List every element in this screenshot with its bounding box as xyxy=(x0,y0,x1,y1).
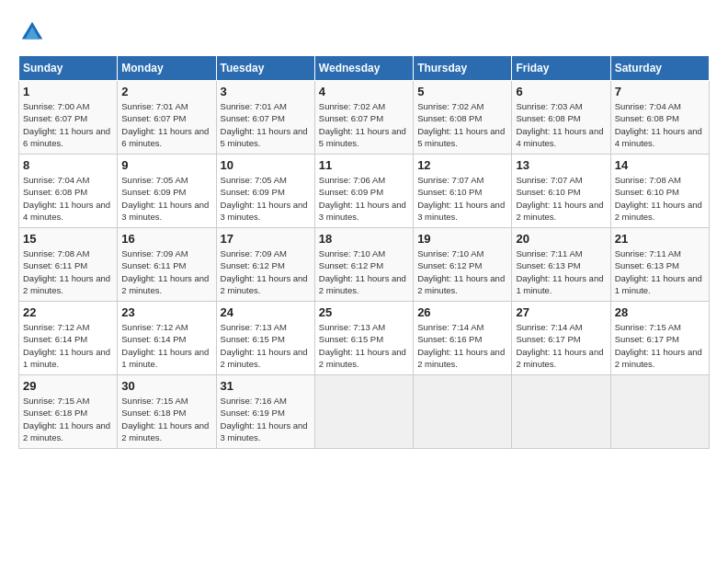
day-info: Sunrise: 7:14 AM Sunset: 6:16 PM Dayligh… xyxy=(417,321,507,370)
calendar-week-2: 8Sunrise: 7:04 AM Sunset: 6:08 PM Daylig… xyxy=(19,155,710,228)
calendar-cell: 22Sunrise: 7:12 AM Sunset: 6:14 PM Dayli… xyxy=(19,302,118,375)
calendar-cell: 13Sunrise: 7:07 AM Sunset: 6:10 PM Dayli… xyxy=(512,155,610,228)
calendar-cell: 26Sunrise: 7:14 AM Sunset: 6:16 PM Dayli… xyxy=(414,302,512,375)
day-info: Sunrise: 7:16 AM Sunset: 6:19 PM Dayligh… xyxy=(221,395,311,443)
calendar-cell: 9Sunrise: 7:05 AM Sunset: 6:09 PM Daylig… xyxy=(118,155,216,228)
day-number: 1 xyxy=(23,85,113,98)
calendar-cell: 3Sunrise: 7:01 AM Sunset: 6:07 PM Daylig… xyxy=(216,81,314,155)
calendar-cell xyxy=(414,375,512,449)
day-info: Sunrise: 7:08 AM Sunset: 6:11 PM Dayligh… xyxy=(23,247,113,296)
day-number: 23 xyxy=(121,305,211,319)
calendar-cell: 4Sunrise: 7:02 AM Sunset: 6:07 PM Daylig… xyxy=(314,81,413,155)
day-info: Sunrise: 7:11 AM Sunset: 6:13 PM Dayligh… xyxy=(615,247,705,296)
column-header-monday: Monday xyxy=(118,56,216,81)
day-number: 15 xyxy=(23,232,113,246)
calendar-cell: 10Sunrise: 7:05 AM Sunset: 6:09 PM Dayli… xyxy=(216,155,314,228)
day-number: 14 xyxy=(615,158,705,172)
day-info: Sunrise: 7:11 AM Sunset: 6:13 PM Dayligh… xyxy=(516,247,606,296)
logo xyxy=(18,18,48,46)
calendar-cell: 15Sunrise: 7:08 AM Sunset: 6:11 PM Dayli… xyxy=(19,228,118,302)
calendar-week-5: 29Sunrise: 7:15 AM Sunset: 6:18 PM Dayli… xyxy=(19,375,710,449)
day-number: 10 xyxy=(221,158,311,172)
column-header-friday: Friday xyxy=(512,56,610,81)
calendar-cell: 2Sunrise: 7:01 AM Sunset: 6:07 PM Daylig… xyxy=(118,81,216,155)
calendar-cell: 11Sunrise: 7:06 AM Sunset: 6:09 PM Dayli… xyxy=(314,155,413,228)
page-header xyxy=(18,18,710,46)
calendar-cell xyxy=(512,375,610,449)
calendar-cell: 21Sunrise: 7:11 AM Sunset: 6:13 PM Dayli… xyxy=(610,228,709,302)
day-number: 16 xyxy=(121,232,211,246)
day-info: Sunrise: 7:09 AM Sunset: 6:12 PM Dayligh… xyxy=(221,247,311,296)
day-info: Sunrise: 7:02 AM Sunset: 6:07 PM Dayligh… xyxy=(319,100,409,149)
day-number: 25 xyxy=(319,305,409,319)
day-info: Sunrise: 7:12 AM Sunset: 6:14 PM Dayligh… xyxy=(23,321,113,370)
logo-icon xyxy=(18,18,46,46)
day-info: Sunrise: 7:14 AM Sunset: 6:17 PM Dayligh… xyxy=(516,321,606,370)
calendar-week-4: 22Sunrise: 7:12 AM Sunset: 6:14 PM Dayli… xyxy=(19,302,710,375)
calendar-cell xyxy=(610,375,709,449)
day-info: Sunrise: 7:15 AM Sunset: 6:17 PM Dayligh… xyxy=(615,321,705,370)
calendar-cell: 6Sunrise: 7:03 AM Sunset: 6:08 PM Daylig… xyxy=(512,81,610,155)
calendar-cell: 5Sunrise: 7:02 AM Sunset: 6:08 PM Daylig… xyxy=(414,81,512,155)
calendar-cell: 28Sunrise: 7:15 AM Sunset: 6:17 PM Dayli… xyxy=(610,302,709,375)
day-info: Sunrise: 7:03 AM Sunset: 6:08 PM Dayligh… xyxy=(516,100,606,149)
day-number: 17 xyxy=(221,232,311,246)
day-number: 9 xyxy=(121,158,211,172)
day-info: Sunrise: 7:13 AM Sunset: 6:15 PM Dayligh… xyxy=(221,321,311,370)
calendar-cell: 31Sunrise: 7:16 AM Sunset: 6:19 PM Dayli… xyxy=(216,375,314,449)
calendar-header-row: SundayMondayTuesdayWednesdayThursdayFrid… xyxy=(19,56,710,81)
calendar-cell: 27Sunrise: 7:14 AM Sunset: 6:17 PM Dayli… xyxy=(512,302,610,375)
day-info: Sunrise: 7:00 AM Sunset: 6:07 PM Dayligh… xyxy=(23,100,113,149)
calendar-cell: 25Sunrise: 7:13 AM Sunset: 6:15 PM Dayli… xyxy=(314,302,413,375)
day-info: Sunrise: 7:02 AM Sunset: 6:08 PM Dayligh… xyxy=(417,100,507,149)
day-number: 20 xyxy=(516,232,606,246)
day-info: Sunrise: 7:10 AM Sunset: 6:12 PM Dayligh… xyxy=(319,247,409,296)
day-info: Sunrise: 7:05 AM Sunset: 6:09 PM Dayligh… xyxy=(221,174,311,223)
day-number: 19 xyxy=(417,232,507,246)
day-number: 28 xyxy=(615,305,705,319)
day-info: Sunrise: 7:06 AM Sunset: 6:09 PM Dayligh… xyxy=(319,174,409,223)
calendar-cell: 18Sunrise: 7:10 AM Sunset: 6:12 PM Dayli… xyxy=(314,228,413,302)
calendar-cell: 17Sunrise: 7:09 AM Sunset: 6:12 PM Dayli… xyxy=(216,228,314,302)
calendar-cell: 23Sunrise: 7:12 AM Sunset: 6:14 PM Dayli… xyxy=(118,302,216,375)
day-info: Sunrise: 7:09 AM Sunset: 6:11 PM Dayligh… xyxy=(121,247,211,296)
calendar-cell: 19Sunrise: 7:10 AM Sunset: 6:12 PM Dayli… xyxy=(414,228,512,302)
day-number: 21 xyxy=(615,232,705,246)
day-number: 22 xyxy=(23,305,113,319)
calendar-cell: 1Sunrise: 7:00 AM Sunset: 6:07 PM Daylig… xyxy=(19,81,118,155)
day-number: 6 xyxy=(516,85,606,98)
calendar-cell: 16Sunrise: 7:09 AM Sunset: 6:11 PM Dayli… xyxy=(118,228,216,302)
day-info: Sunrise: 7:13 AM Sunset: 6:15 PM Dayligh… xyxy=(319,321,409,370)
day-number: 11 xyxy=(319,158,409,172)
day-number: 13 xyxy=(516,158,606,172)
column-header-wednesday: Wednesday xyxy=(314,56,413,81)
day-number: 31 xyxy=(221,379,311,393)
day-number: 18 xyxy=(319,232,409,246)
day-info: Sunrise: 7:05 AM Sunset: 6:09 PM Dayligh… xyxy=(121,174,211,223)
day-number: 29 xyxy=(23,379,113,393)
calendar-cell: 8Sunrise: 7:04 AM Sunset: 6:08 PM Daylig… xyxy=(19,155,118,228)
day-number: 8 xyxy=(23,158,113,172)
calendar-cell: 30Sunrise: 7:15 AM Sunset: 6:18 PM Dayli… xyxy=(118,375,216,449)
column-header-sunday: Sunday xyxy=(19,56,118,81)
day-info: Sunrise: 7:10 AM Sunset: 6:12 PM Dayligh… xyxy=(417,247,507,296)
day-number: 5 xyxy=(417,85,507,98)
calendar-cell: 24Sunrise: 7:13 AM Sunset: 6:15 PM Dayli… xyxy=(216,302,314,375)
calendar-week-1: 1Sunrise: 7:00 AM Sunset: 6:07 PM Daylig… xyxy=(19,81,710,155)
day-number: 3 xyxy=(221,85,311,98)
day-info: Sunrise: 7:01 AM Sunset: 6:07 PM Dayligh… xyxy=(221,100,311,149)
day-info: Sunrise: 7:15 AM Sunset: 6:18 PM Dayligh… xyxy=(23,395,113,443)
day-info: Sunrise: 7:04 AM Sunset: 6:08 PM Dayligh… xyxy=(23,174,113,223)
day-info: Sunrise: 7:07 AM Sunset: 6:10 PM Dayligh… xyxy=(516,174,606,223)
calendar-cell xyxy=(314,375,413,449)
calendar-cell: 14Sunrise: 7:08 AM Sunset: 6:10 PM Dayli… xyxy=(610,155,709,228)
day-info: Sunrise: 7:04 AM Sunset: 6:08 PM Dayligh… xyxy=(615,100,705,149)
calendar-cell: 20Sunrise: 7:11 AM Sunset: 6:13 PM Dayli… xyxy=(512,228,610,302)
column-header-tuesday: Tuesday xyxy=(216,56,314,81)
day-info: Sunrise: 7:07 AM Sunset: 6:10 PM Dayligh… xyxy=(417,174,507,223)
day-number: 26 xyxy=(417,305,507,319)
calendar-week-3: 15Sunrise: 7:08 AM Sunset: 6:11 PM Dayli… xyxy=(19,228,710,302)
day-number: 2 xyxy=(121,85,211,98)
day-number: 7 xyxy=(615,85,705,98)
day-number: 4 xyxy=(319,85,409,98)
